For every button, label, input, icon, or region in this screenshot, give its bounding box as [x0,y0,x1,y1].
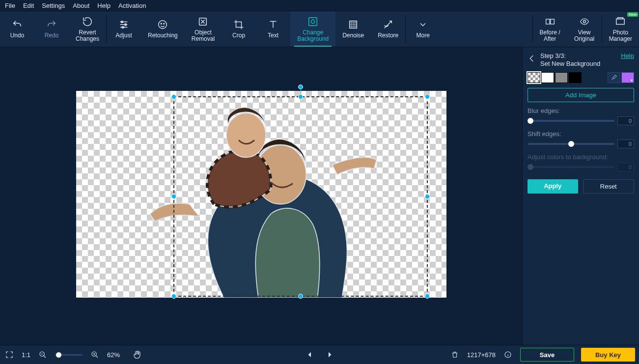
handle-top-left[interactable] [171,94,176,99]
undo-icon [11,19,23,30]
handle-top-right[interactable] [425,94,430,99]
retouching-icon [157,19,168,30]
adjust-colors-row: Adjust colors to background: 0 [528,153,634,171]
rotate-handle[interactable] [298,84,303,89]
photo-manager-button[interactable]: New Photo Manager [602,11,639,47]
revert-icon [82,16,93,28]
dimensions-label: 1217×678 [467,351,496,359]
denoise-icon [347,19,359,30]
change-background-icon [307,16,319,28]
revert-button[interactable]: Revert Changes [69,11,106,47]
svg-point-5 [164,24,165,25]
background-swatches [528,72,634,83]
menu-about[interactable]: About [73,2,89,9]
blur-edges-slider[interactable] [528,120,614,122]
reset-button[interactable]: Reset [583,179,635,194]
text-icon [267,19,279,30]
back-button[interactable] [528,54,536,63]
object-removal-icon [197,16,209,28]
restore-icon [382,19,394,30]
eye-icon [579,16,590,28]
zoom-out-button[interactable] [37,349,48,360]
handle-top-center[interactable] [298,94,303,99]
apply-button[interactable]: Apply [528,179,578,194]
color-picker-button[interactable] [621,72,634,83]
svg-rect-14 [618,18,623,19]
menu-bar: File Edit Settings About Help Activation [0,0,639,11]
adjust-icon [118,19,130,30]
svg-point-12 [583,20,585,23]
text-button[interactable]: Text [256,11,290,47]
more-button[interactable]: More [406,11,440,47]
side-panel: Step 3/3: Set New Background Help Add Im… [522,47,639,345]
zoom-slider[interactable] [55,354,83,356]
selection-rect[interactable] [173,96,428,297]
shift-edges-slider[interactable] [528,143,614,145]
adjust-colors-slider [528,166,614,168]
svg-rect-7 [309,18,317,26]
undo-button[interactable]: Undo [0,11,34,47]
swatch-black[interactable] [569,72,582,83]
object-removal-button[interactable]: Object Removal [185,11,222,47]
svg-point-8 [311,20,314,23]
svg-point-4 [161,24,162,25]
svg-rect-13 [616,19,625,24]
menu-file[interactable]: File [5,2,15,9]
add-image-button[interactable]: Add Image [528,88,634,102]
handle-bottom-center[interactable] [298,294,303,299]
eyedropper-button[interactable] [608,72,620,83]
panel-title: Step 3/3: Set New Background [540,52,617,67]
help-link[interactable]: Help [621,52,634,59]
crop-button[interactable]: Crop [222,11,256,47]
restore-button[interactable]: Restore [371,11,405,47]
redo-icon [46,19,57,30]
shift-edges-value[interactable]: 0 [617,140,634,148]
zoom-in-button[interactable] [89,349,100,360]
delete-button[interactable] [449,349,460,360]
next-button[interactable] [324,349,335,360]
swatch-white[interactable] [541,72,554,83]
toolbar: Undo Redo Revert Changes Adjust Retouchi… [0,11,639,47]
pan-button[interactable] [132,349,142,360]
blur-edges-value[interactable]: 0 [617,116,634,125]
blur-edges-row: Blur edges: 0 [528,107,634,125]
nav-controls [305,349,335,360]
before-after-icon [544,16,556,28]
swatch-gray[interactable] [555,72,568,83]
buy-key-button[interactable]: Buy Key [581,348,635,362]
view-original-button[interactable]: View Original [567,11,602,47]
change-background-button[interactable]: Change Background [290,11,335,47]
handle-bottom-right[interactable] [425,294,430,299]
menu-settings[interactable]: Settings [42,2,65,9]
swatch-transparent[interactable] [528,72,540,83]
svg-rect-10 [546,19,550,24]
save-button[interactable]: Save [520,348,574,362]
retouching-button[interactable]: Retouching [141,11,185,47]
adjust-button[interactable]: Adjust [107,11,141,47]
zoom-value: 62% [107,351,120,359]
status-bar: 1:1 62% 1217×678 Save Buy Key [0,345,639,364]
info-button[interactable] [502,349,513,360]
fullscreen-button[interactable] [4,349,15,360]
handle-mid-right[interactable] [425,194,430,199]
canvas-area[interactable] [0,47,522,345]
handle-bottom-left[interactable] [171,294,176,299]
shift-edges-row: Shift edges: 0 [528,130,634,148]
menu-activation[interactable]: Activation [118,2,146,9]
adjust-colors-value: 0 [617,163,634,171]
photo-manager-icon [614,16,626,28]
prev-button[interactable] [305,349,315,360]
redo-button[interactable]: Redo [34,11,69,47]
image-canvas[interactable] [76,91,446,298]
menu-edit[interactable]: Edit [23,2,34,9]
crop-icon [233,19,245,30]
menu-help[interactable]: Help [97,2,111,9]
denoise-button[interactable]: Denoise [335,11,371,47]
new-badge: New [627,12,638,17]
fit-button[interactable]: 1:1 [22,349,30,360]
svg-point-3 [159,21,167,29]
before-after-button[interactable]: Before / After [533,11,567,47]
handle-mid-left[interactable] [171,194,176,199]
svg-rect-11 [550,19,554,24]
chevron-down-icon [417,19,429,30]
